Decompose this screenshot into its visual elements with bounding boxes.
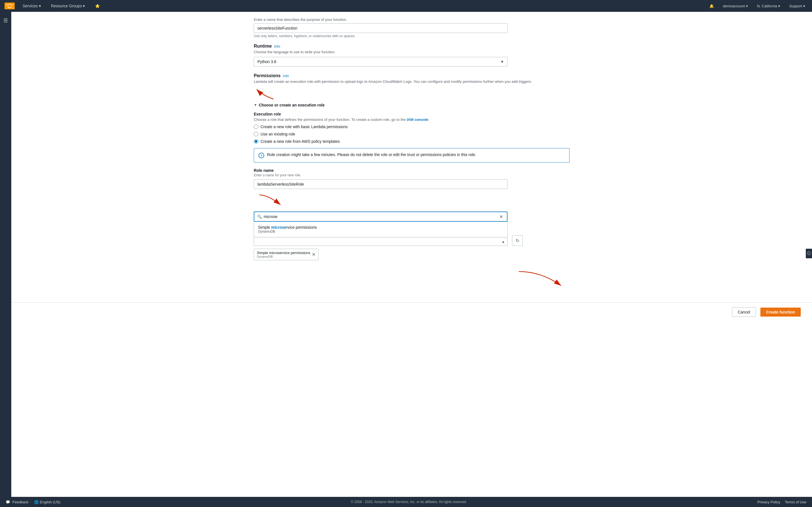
- radio-basic-lambda[interactable]: [254, 124, 258, 129]
- info-box: i Role creation might take a few minutes…: [254, 148, 569, 163]
- permissions-title: Permissions Info: [254, 73, 569, 78]
- radio-policy-templates[interactable]: [254, 139, 258, 144]
- main-content: Enter a name that describes the purpose …: [11, 12, 812, 497]
- cancel-button[interactable]: Cancel: [732, 307, 756, 317]
- function-name-group: Enter a name that describes the purpose …: [254, 17, 569, 38]
- support-menu[interactable]: Support ▾: [787, 3, 808, 9]
- info-box-text: Role creation might take a few minutes. …: [267, 152, 476, 157]
- permissions-section: Permissions Info Lambda will create an e…: [254, 73, 569, 291]
- selected-tag-sub: DynamoDB: [257, 255, 310, 258]
- top-navigation: Services ▾ Resource Groups ▾ ⭐ 🔔 demoacc…: [0, 0, 812, 12]
- radio-option-2[interactable]: Use an existing role: [254, 132, 569, 136]
- role-name-label: Role name: [254, 168, 569, 173]
- search-highlight: microse: [271, 225, 287, 230]
- info-icon: i: [259, 153, 264, 158]
- radio-existing-role[interactable]: [254, 132, 258, 136]
- copyright-text: © 2008 - 2020, Amazon Web Services, Inc.…: [351, 500, 467, 504]
- search-wrapper: 🔍 ✕: [254, 212, 507, 222]
- runtime-select[interactable]: Python 3.6: [254, 57, 507, 66]
- dropdown-item-title: Simple microservice permissions: [258, 225, 503, 230]
- radio-option-1[interactable]: Create a new role with basic Lambda perm…: [254, 124, 569, 129]
- runtime-desc: Choose the language to use to write your…: [254, 50, 569, 54]
- globe-icon: 🌐: [34, 500, 39, 504]
- selected-tag-content: Simple microservice permissions DynamoDB: [257, 251, 310, 258]
- collapsible-title: Choose or create an execution role: [259, 103, 324, 107]
- runtime-title: Runtime Info: [254, 44, 569, 49]
- annotation-arrow-1: [254, 87, 276, 101]
- action-bar: Cancel Create function: [11, 302, 812, 321]
- language-label: English (US): [40, 500, 60, 504]
- bottom-bar: 💬 Feedback 🌐 English (US) © 2008 - 2020,…: [0, 497, 812, 507]
- selected-tag-title: Simple microservice permissions: [257, 251, 310, 255]
- runtime-select-wrapper: Python 3.6 ▼: [254, 57, 507, 66]
- favorites-icon[interactable]: ⭐: [93, 3, 102, 9]
- feedback-label[interactable]: Feedback: [12, 500, 29, 504]
- refresh-button[interactable]: ↻: [512, 235, 523, 246]
- bottom-bar-right: Privacy Policy Terms of Use: [757, 500, 806, 504]
- function-name-description: Enter a name that describes the purpose …: [254, 17, 569, 22]
- create-function-button[interactable]: Create function: [760, 307, 801, 317]
- sidebar: ☰: [0, 12, 11, 497]
- annotation-arrow-3: [513, 269, 569, 291]
- nav-right: 🔔 demoaccount ▾ N. California ▾ Support …: [707, 3, 808, 9]
- execution-role-desc: Choose a role that defines the permissio…: [254, 117, 569, 122]
- scroll-up-icon[interactable]: ▲: [502, 240, 505, 244]
- runtime-group: Runtime Info Choose the language to use …: [254, 44, 569, 66]
- dropdown-scroll: ▲: [254, 237, 507, 246]
- notifications-bell[interactable]: 🔔: [707, 3, 716, 9]
- dropdown-results: Simple microservice permissions DynamoDB: [254, 222, 507, 237]
- function-name-input[interactable]: [254, 23, 507, 33]
- permissions-desc: Lambda will create an execution role wit…: [254, 79, 569, 83]
- selected-tag: Simple microservice permissions DynamoDB…: [254, 249, 319, 260]
- runtime-info-link[interactable]: Info: [274, 44, 280, 48]
- role-name-hint: Enter a name for your new role.: [254, 173, 569, 177]
- search-input[interactable]: [264, 212, 498, 221]
- resource-groups-menu[interactable]: Resource Groups ▾: [49, 3, 87, 9]
- execution-role-title: Execution role: [254, 112, 569, 116]
- collapsible-header[interactable]: ▼ Choose or create an execution role: [254, 103, 569, 107]
- role-name-input[interactable]: [254, 179, 507, 189]
- chat-icon: 💬: [6, 500, 10, 504]
- tag-remove-icon[interactable]: ✕: [312, 252, 315, 257]
- selected-tags: Simple microservice permissions DynamoDB…: [254, 249, 569, 260]
- dropdown-item[interactable]: Simple microservice permissions DynamoDB: [254, 222, 507, 237]
- region-menu[interactable]: N. California ▾: [755, 3, 783, 9]
- aws-logo-box: [4, 3, 15, 9]
- iam-console-link[interactable]: IAM console: [407, 117, 428, 122]
- annotation-arrow-2: [254, 193, 288, 210]
- dropdown-item-sub: DynamoDB: [258, 230, 503, 233]
- policy-template-area: 🔍 ✕ Simple microservice permissions Dyna…: [254, 212, 569, 246]
- sidebar-toggle[interactable]: ☰: [1, 15, 10, 26]
- radio-option-3[interactable]: Create a new role from AWS policy templa…: [254, 139, 569, 144]
- role-name-section: Role name Enter a name for your new role…: [254, 168, 569, 189]
- bottom-bar-left: 💬 Feedback 🌐 English (US): [6, 500, 60, 504]
- privacy-policy-link[interactable]: Privacy Policy: [757, 500, 780, 504]
- execution-role-section: Execution role Choose a role that define…: [254, 112, 569, 144]
- account-menu[interactable]: demoaccount ▾: [721, 3, 750, 9]
- function-name-hint: Use only letters, numbers, hyphens, or u…: [254, 34, 569, 38]
- services-menu[interactable]: Services ▾: [20, 3, 43, 9]
- permissions-info-link[interactable]: Info: [283, 74, 289, 78]
- right-panel-toggle[interactable]: ⓘ: [806, 249, 812, 258]
- search-icon: 🔍: [257, 214, 262, 219]
- search-clear-icon[interactable]: ✕: [498, 213, 504, 221]
- terms-of-use-link[interactable]: Terms of Use: [784, 500, 806, 504]
- aws-logo[interactable]: [4, 3, 15, 9]
- triangle-icon: ▼: [254, 103, 257, 107]
